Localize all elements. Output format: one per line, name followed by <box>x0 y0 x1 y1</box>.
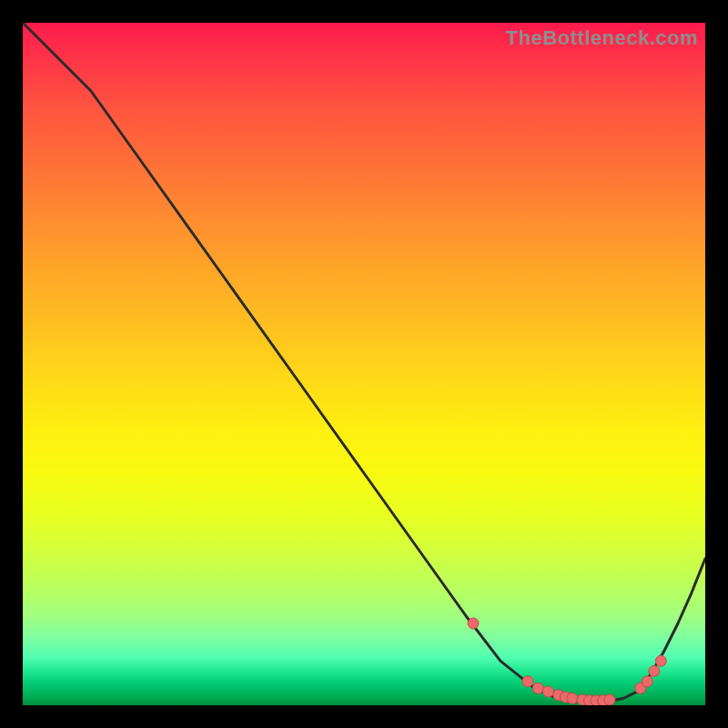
gradient-plot-area: TheBottleneck.com <box>23 23 705 705</box>
marker-dot <box>522 676 533 687</box>
marker-dot <box>642 676 652 687</box>
chart-frame: TheBottleneck.com <box>0 0 728 728</box>
marker-dot <box>543 686 554 697</box>
marker-dot <box>468 618 479 629</box>
marker-dot <box>567 693 578 704</box>
marker-dot <box>649 666 660 677</box>
bottleneck-curve-path <box>23 23 705 702</box>
marker-dot <box>604 694 615 705</box>
marker-dot <box>655 655 666 666</box>
marker-dot <box>532 682 543 693</box>
marker-dots-group <box>468 618 666 705</box>
curve-layer <box>23 23 705 705</box>
